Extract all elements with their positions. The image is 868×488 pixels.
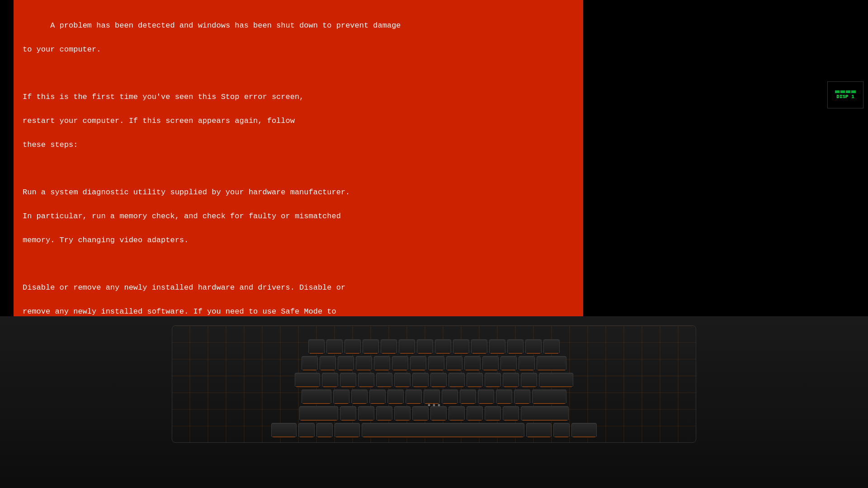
key-f[interactable] <box>387 389 404 404</box>
key-row-asdf <box>181 389 687 404</box>
key-d[interactable] <box>369 389 386 404</box>
key-s[interactable] <box>351 389 368 404</box>
key-j[interactable] <box>442 389 458 404</box>
key-t[interactable] <box>394 373 410 387</box>
key-f2[interactable] <box>344 339 361 354</box>
key-minus[interactable] <box>500 356 517 371</box>
key-9[interactable] <box>464 356 481 371</box>
keyboard-area <box>172 325 696 443</box>
key-k[interactable] <box>460 389 476 404</box>
key-enter[interactable] <box>539 373 573 387</box>
key-tab[interactable] <box>295 373 320 387</box>
key-h[interactable] <box>424 389 440 404</box>
key-f11[interactable] <box>507 339 524 354</box>
key-6[interactable] <box>410 356 426 371</box>
key-alt-left[interactable] <box>335 423 360 437</box>
key-r[interactable] <box>376 373 392 387</box>
touchpad-dot-3 <box>438 404 440 406</box>
bsod-line5: these steps: <box>23 141 78 149</box>
key-n[interactable] <box>430 406 447 421</box>
laptop-body <box>0 316 868 488</box>
key-f12[interactable] <box>525 339 542 354</box>
key-f5[interactable] <box>399 339 415 354</box>
key-semicolon[interactable] <box>496 389 512 404</box>
key-lbracket[interactable] <box>503 373 519 387</box>
key-alt-right[interactable] <box>526 423 552 437</box>
key-u[interactable] <box>430 373 447 387</box>
key-ctrl-left[interactable] <box>271 423 297 437</box>
bsod-line8: memory. Try changing video adapters. <box>23 236 189 244</box>
disp-bar-4 <box>851 90 856 93</box>
key-g[interactable] <box>406 389 422 404</box>
key-b[interactable] <box>412 406 429 421</box>
key-f1[interactable] <box>326 339 343 354</box>
bsod-line2: to your computer. <box>23 45 101 54</box>
key-ctrl-right[interactable] <box>571 423 597 437</box>
key-v[interactable] <box>394 406 410 421</box>
key-win[interactable] <box>316 423 333 437</box>
key-fn-right[interactable] <box>553 423 570 437</box>
key-i[interactable] <box>448 373 465 387</box>
key-o[interactable] <box>467 373 483 387</box>
key-f6[interactable] <box>417 339 433 354</box>
bsod-screen: A problem has been detected and windows … <box>14 0 583 325</box>
touchpad-dot-2 <box>433 404 435 406</box>
touchpad-dots <box>428 404 440 406</box>
key-f9[interactable] <box>471 339 487 354</box>
key-e[interactable] <box>358 373 374 387</box>
key-z[interactable] <box>340 406 356 421</box>
bsod-line1: A problem has been detected and windows … <box>50 21 401 30</box>
key-y[interactable] <box>412 373 429 387</box>
key-q[interactable] <box>322 373 338 387</box>
disp-bar-2 <box>840 90 845 93</box>
key-m[interactable] <box>448 406 465 421</box>
key-equals[interactable] <box>519 356 535 371</box>
key-row-bottom <box>181 423 687 437</box>
key-2[interactable] <box>338 356 354 371</box>
key-period[interactable] <box>485 406 501 421</box>
key-x[interactable] <box>358 406 374 421</box>
key-shift-left[interactable] <box>299 406 338 421</box>
bsod-text: A problem has been detected and windows … <box>23 8 574 325</box>
key-5[interactable] <box>392 356 408 371</box>
key-f3[interactable] <box>363 339 379 354</box>
disp-bar-3 <box>846 90 850 93</box>
display-bars <box>835 90 856 93</box>
touchpad-dot-1 <box>428 404 430 406</box>
key-caps[interactable] <box>302 389 331 404</box>
key-8[interactable] <box>446 356 462 371</box>
key-shift-right[interactable] <box>521 406 569 421</box>
key-7[interactable] <box>428 356 444 371</box>
key-4[interactable] <box>374 356 390 371</box>
key-f8[interactable] <box>453 339 469 354</box>
key-comma[interactable] <box>467 406 483 421</box>
key-esc[interactable] <box>308 339 325 354</box>
key-f7[interactable] <box>435 339 451 354</box>
key-p[interactable] <box>485 373 501 387</box>
key-fn[interactable] <box>298 423 315 437</box>
bsod-line4: restart your computer. If this screen ap… <box>23 117 295 125</box>
key-1[interactable] <box>320 356 336 371</box>
key-row-zxcv <box>181 406 687 421</box>
bsod-line3: If this is the first time you've seen th… <box>23 93 304 101</box>
key-a[interactable] <box>333 389 349 404</box>
key-enter-2[interactable] <box>532 389 566 404</box>
key-rbracket[interactable] <box>521 373 537 387</box>
key-l[interactable] <box>478 389 494 404</box>
key-row-numbers <box>181 356 687 371</box>
key-0[interactable] <box>482 356 499 371</box>
key-f10[interactable] <box>489 339 505 354</box>
display-indicator: DISP 1 <box>827 81 863 108</box>
key-3[interactable] <box>356 356 372 371</box>
disp-bar-1 <box>835 90 840 93</box>
key-f4[interactable] <box>381 339 397 354</box>
key-backspace[interactable] <box>537 356 566 371</box>
key-slash[interactable] <box>503 406 519 421</box>
key-space[interactable] <box>362 423 524 437</box>
key-row-qwerty <box>181 373 687 387</box>
key-w[interactable] <box>340 373 356 387</box>
key-c[interactable] <box>376 406 392 421</box>
key-backtick[interactable] <box>302 356 318 371</box>
key-del[interactable] <box>543 339 560 354</box>
key-quote[interactable] <box>514 389 530 404</box>
